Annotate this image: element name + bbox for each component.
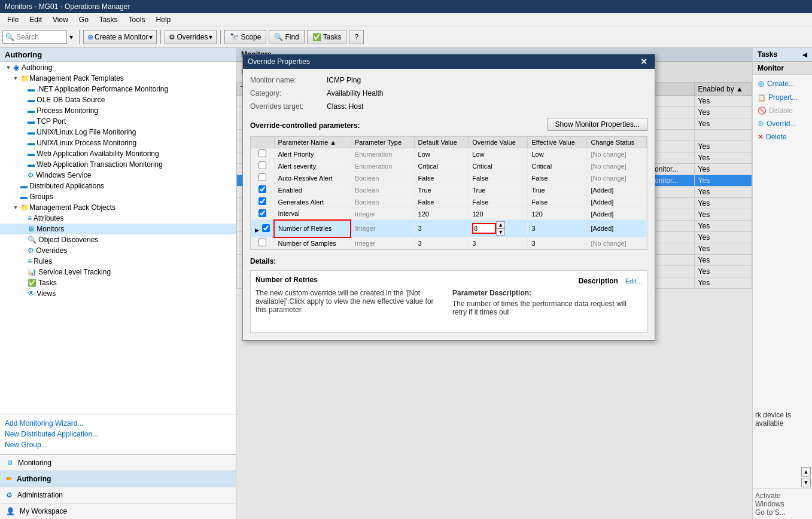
tree-attributes[interactable]: ≡ Attributes	[0, 213, 236, 224]
tree-web-avail[interactable]: ▬ Web Application Availability Monitorin…	[0, 148, 236, 159]
col-param-name[interactable]: Parameter Name ▲	[274, 137, 351, 148]
center-panel: Monitors Look for: 🔍 Find Now Clear Targ…	[236, 48, 752, 519]
collapse-icon[interactable]: ◀	[802, 51, 807, 58]
dialog-overlay: Override Properties ✕ Monitor name: ICMP…	[236, 48, 752, 519]
right-actions: ⊕ Create... 📋 Propert... 🚫 Disable ⚙ Ove…	[753, 75, 812, 145]
retries-override-input[interactable]	[472, 223, 496, 234]
scope-btn[interactable]: 🔭 Scope	[224, 30, 266, 44]
override-check-retries[interactable]	[262, 224, 270, 232]
tree-net-app[interactable]: ▬ .NET Application Performance Monitorin…	[0, 84, 236, 94]
param-row-enabled[interactable]: EnabledBooleanTrueTrueTrue[Added]	[251, 184, 647, 196]
help-toolbar-btn[interactable]: ?	[349, 30, 364, 44]
tree-obj-disc[interactable]: 🔍 Object Discoveries	[0, 234, 236, 245]
menu-help[interactable]: Help	[151, 14, 176, 25]
override-check-generates-alert[interactable]	[258, 197, 266, 205]
col-change-status[interactable]: Change Status	[587, 137, 647, 148]
menu-tools[interactable]: Tools	[124, 14, 150, 25]
tree-views[interactable]: 👁 Views	[0, 288, 236, 299]
monitor-name-value: ICMP Ping	[327, 76, 361, 84]
tree-monitors[interactable]: 🖥 Monitors	[0, 224, 236, 234]
dialog-title: Override Properties	[248, 57, 310, 66]
col-effective-val[interactable]: Effective Value	[528, 137, 587, 148]
nav-tab-workspace[interactable]: 👤 My Workspace	[0, 503, 236, 519]
nav-tab-monitoring[interactable]: 🖥 Monitoring	[0, 454, 236, 471]
item-icon: ▬	[28, 96, 35, 104]
tree-slt[interactable]: 📊 Service Level Tracking	[0, 267, 236, 277]
new-distributed-app-link[interactable]: New Distributed Application...	[5, 430, 231, 438]
param-row-alert-severity[interactable]: Alert severityEnumerationCriticalCritica…	[251, 160, 647, 172]
tree-groups[interactable]: ▬ Groups	[0, 191, 236, 202]
tree-overrides[interactable]: ⚙ Overrides	[0, 245, 236, 256]
activation-info: Activate Windows Go to S...	[753, 489, 812, 519]
spinner-down-button[interactable]: ▼	[496, 228, 505, 236]
details-param-name: Number of Retries	[256, 276, 318, 284]
search-input[interactable]	[16, 33, 64, 41]
param-row-retries[interactable]: ▶ Number of Retries Integer 3	[251, 220, 647, 237]
disable-action[interactable]: 🚫 Disable	[755, 105, 810, 117]
category-value: Availability Health	[327, 89, 384, 97]
scroll-up-btn[interactable]: ▲	[801, 467, 811, 477]
tree-tasks[interactable]: ✅ Tasks	[0, 277, 236, 288]
col-override-val[interactable]: Override Value	[469, 137, 528, 148]
tasks-btn[interactable]: ✅ Tasks	[307, 30, 347, 44]
scroll-down-btn[interactable]: ▼	[801, 478, 811, 487]
dialog-close-button[interactable]: ✕	[638, 57, 650, 66]
col-param-type[interactable]: Parameter Type	[351, 137, 414, 148]
details-right-text: Parameter Description: The number of tim…	[452, 289, 642, 316]
search-dropdown-icon[interactable]: ▾	[69, 33, 73, 41]
tree-dist-apps[interactable]: ▬ Distributed Applications	[0, 181, 236, 191]
add-monitoring-wizard-link[interactable]: Add Monitoring Wizard...	[5, 419, 231, 428]
create-action[interactable]: ⊕ Create...	[755, 77, 810, 90]
spinner-up-button[interactable]: ▲	[496, 221, 505, 228]
tree-mgmt-templates[interactable]: ▼ 📁 Management Pack Templates	[0, 73, 236, 84]
tree-rules[interactable]: ≡ Rules	[0, 256, 236, 267]
override-action[interactable]: ⚙ Overrid...	[755, 118, 810, 130]
details-content-row: The new custom override will be created …	[256, 289, 642, 316]
param-row-samples[interactable]: Number of SamplesInteger333[No change]	[251, 237, 647, 249]
edit-link[interactable]: Edit...	[625, 277, 642, 285]
tree-authoring-root[interactable]: ▼ ◉ Authoring	[0, 62, 236, 73]
override-check-enabled[interactable]	[258, 185, 266, 193]
tree-process-mon[interactable]: ▬ Process Monitoring	[0, 105, 236, 116]
params-table-container[interactable]: Parameter Name ▲ Parameter Type Default …	[250, 136, 647, 250]
find-btn[interactable]: 🔍 Find	[269, 30, 304, 44]
item-icon: 🖥	[28, 225, 35, 233]
param-row-alert-priority[interactable]: Alert PriorityEnumerationLowLowLow[No ch…	[251, 148, 647, 160]
param-row-generates-alert[interactable]: Generates AlertBooleanFalseFalseFalse[Ad…	[251, 196, 647, 208]
overrides-btn[interactable]: ⚙ Overrides ▾	[165, 30, 217, 44]
create-monitor-btn[interactable]: ⊕ Create a Monitor ▾	[83, 30, 157, 44]
menu-file[interactable]: File	[2, 14, 23, 25]
override-check-interval[interactable]	[258, 209, 266, 217]
search-box[interactable]: 🔍	[2, 30, 67, 44]
param-row-interval[interactable]: IntervalInteger120120120[Added]	[251, 208, 647, 220]
menu-view[interactable]: View	[48, 14, 73, 25]
item-icon: ⚙	[28, 246, 34, 255]
nav-tab-authoring[interactable]: ✏ Authoring	[0, 471, 236, 487]
expand-icon: ▼	[12, 75, 19, 82]
param-row-autoresolve[interactable]: Auto-Resolve AlertBooleanFalseFalseFalse…	[251, 172, 647, 184]
col-default-val[interactable]: Default Value	[414, 137, 469, 148]
nav-tab-administration[interactable]: ⚙ Administration	[0, 487, 236, 503]
menu-go[interactable]: Go	[74, 14, 93, 25]
tree-ole[interactable]: ▬ OLE DB Data Source	[0, 94, 236, 105]
override-check-autoresolve[interactable]	[258, 173, 266, 181]
properties-action[interactable]: 📋 Propert...	[755, 91, 810, 103]
tasks-icon: ✅	[312, 33, 321, 41]
item-icon: ▬	[28, 160, 35, 169]
tasks-panel-title: Tasks	[758, 50, 777, 59]
tree-unix-log[interactable]: ▬ UNIX/Linux Log File Monitoring	[0, 127, 236, 138]
tree-web-trans[interactable]: ▬ Web Application Transaction Monitoring	[0, 159, 236, 170]
title-text: Monitors - MG01 - Operations Manager	[5, 2, 130, 11]
tree-mp-objects[interactable]: ▼ 📁 Management Pack Objects	[0, 202, 236, 213]
override-check-alert-priority[interactable]	[258, 149, 266, 157]
show-monitor-props-button[interactable]: Show Monitor Properties...	[548, 118, 647, 131]
tree-unix-proc[interactable]: ▬ UNIX/Linux Process Monitoring	[0, 138, 236, 148]
menu-tasks[interactable]: Tasks	[95, 14, 123, 25]
tree-tcp[interactable]: ▬ TCP Port	[0, 116, 236, 127]
override-check-alert-severity[interactable]	[258, 161, 266, 169]
tree-windows-svc[interactable]: ⚙ Windows Service	[0, 170, 236, 181]
delete-action[interactable]: ✕ Delete	[755, 131, 810, 143]
menu-edit[interactable]: Edit	[25, 14, 47, 25]
new-group-link[interactable]: New Group...	[5, 441, 231, 449]
override-check-samples[interactable]	[258, 239, 266, 246]
